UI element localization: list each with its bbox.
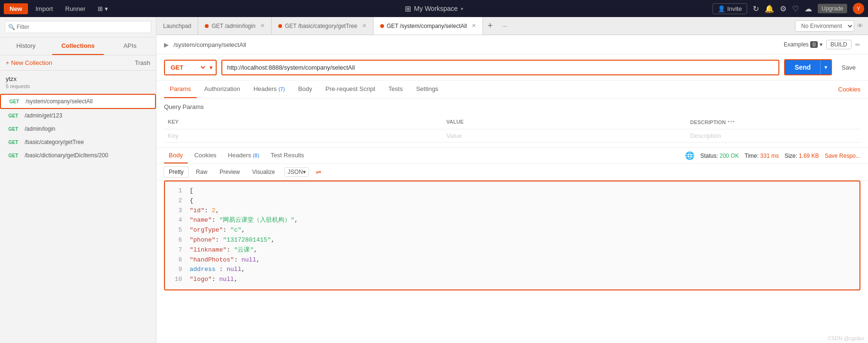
endpoint-item[interactable]: GET /system/company/selectAll (0, 94, 156, 109)
method-badge-get: GET (6, 153, 21, 159)
endpoint-path: /admin/get/123 (25, 112, 62, 119)
tab-launchpad[interactable]: Launchpad (156, 17, 198, 35)
eye-icon[interactable]: 👁 (857, 22, 863, 29)
resp-tab-body[interactable]: Body (164, 148, 188, 163)
method-select-wrap: GET POST PUT DELETE ▾ (164, 60, 217, 75)
sync-icon[interactable]: ↻ (753, 4, 759, 13)
collection-count: 5 requests (6, 83, 150, 89)
req-tab-headers[interactable]: Headers (7) (248, 81, 291, 98)
content-area: Launchpad GET /admin/login ✕ GET /basic/… (156, 17, 868, 343)
endpoint-item[interactable]: GET /admin/login (0, 122, 156, 135)
chevron-right-icon: ▶ (164, 41, 169, 48)
tab-label: GET /admin/login (211, 23, 256, 29)
endpoint-item[interactable]: GET /basic/dictionary/getDicItems/200 (0, 149, 156, 162)
bell-icon[interactable]: 🔔 (765, 4, 774, 13)
globe-icon[interactable]: 🌐 (685, 151, 694, 160)
resp-tab-headers[interactable]: Headers (8) (223, 148, 264, 163)
invite-button[interactable]: 👤 Invite (713, 3, 747, 14)
code-line: 7 "linkname": "云课", (173, 245, 852, 255)
req-tab-params[interactable]: Params (164, 81, 197, 98)
save-button[interactable]: Save (837, 61, 860, 74)
save-response-button[interactable]: Save Respo... (825, 153, 860, 159)
url-input[interactable] (222, 61, 778, 74)
status-label: Status: 200 OK (700, 153, 739, 159)
endpoint-item[interactable]: GET /basic/category/getTree (0, 135, 156, 149)
req-tab-tests[interactable]: Tests (383, 81, 408, 98)
resp-tab-test-results[interactable]: Test Results (266, 148, 309, 163)
req-tab-settings[interactable]: Settings (411, 81, 444, 98)
close-icon[interactable]: ✕ (260, 23, 265, 29)
new-collection-button[interactable]: + New Collection (6, 59, 52, 66)
code-line: 1 [ (173, 186, 852, 196)
upgrade-button[interactable]: Upgrade (818, 4, 847, 13)
env-area: No Environment 👁 (790, 20, 868, 32)
sidebar-search-area: 🔍 (0, 17, 156, 37)
settings-icon[interactable]: ⚙ (780, 4, 786, 13)
tab-dot (278, 24, 282, 28)
key-cell[interactable]: Key (164, 129, 443, 143)
search-input[interactable] (5, 21, 151, 33)
table-row: Key Value Description (164, 129, 860, 143)
environment-select[interactable]: No Environment (795, 20, 854, 32)
new-button[interactable]: New (4, 3, 28, 14)
close-icon[interactable]: ✕ (472, 23, 476, 29)
req-tab-prerequest[interactable]: Pre-request Script (320, 81, 381, 98)
method-chevron-icon: ▾ (207, 61, 216, 74)
examples-button[interactable]: Examples 0 ▾ (784, 41, 822, 48)
build-button[interactable]: BUILD (826, 40, 851, 49)
wrap-icon[interactable]: ⇌ (316, 168, 321, 176)
workspace-center: ⊞ My Workspace ▾ (405, 4, 463, 13)
add-tab-button[interactable]: + (483, 21, 498, 31)
status-value: 200 OK (720, 153, 739, 159)
code-line: 10 "logo": null, (173, 275, 852, 285)
tab-company-selectall[interactable]: GET /system/company/selectAll ✕ (374, 17, 483, 35)
request-tabs: Params Authorization Headers (7) Body Pr… (156, 81, 868, 99)
avatar[interactable]: Y (853, 3, 864, 14)
pretty-button[interactable]: Pretty (164, 167, 188, 177)
col-header-description: DESCRIPTION ⋯ (686, 114, 860, 129)
trash-button[interactable]: Trash (135, 59, 150, 66)
more-actions-icon[interactable]: ⋯ (727, 117, 735, 126)
method-badge-get: GET (6, 126, 21, 132)
raw-button[interactable]: Raw (191, 167, 212, 177)
col-header-key: KEY (164, 114, 443, 129)
tab-category-gettree[interactable]: GET /basic/category/getTree ✕ (272, 17, 374, 35)
tab-label: GET /basic/category/getTree (285, 23, 357, 29)
value-cell[interactable]: Value (443, 129, 686, 143)
visualize-button[interactable]: Visualize (247, 167, 280, 177)
collection-item[interactable]: ytzx 5 requests (0, 71, 156, 94)
examples-area: Examples 0 ▾ BUILD ✏ (784, 40, 860, 49)
endpoint-path: /basic/dictionary/getDicItems/200 (25, 152, 108, 159)
tab-admin-login[interactable]: GET /admin/login ✕ (198, 17, 272, 35)
workspace-label[interactable]: My Workspace (414, 5, 457, 12)
req-tab-body[interactable]: Body (292, 81, 318, 98)
sidebar-tab-apis[interactable]: APIs (104, 37, 156, 55)
close-icon[interactable]: ✕ (362, 23, 366, 29)
sidebar-endpoints: GET /system/company/selectAll GET /admin… (0, 94, 156, 162)
sidebar-tab-collections[interactable]: Collections (52, 37, 104, 55)
more-tabs-icon[interactable]: ··· (497, 22, 512, 29)
desc-cell[interactable]: Description (686, 129, 860, 143)
resp-tab-cookies[interactable]: Cookies (190, 148, 221, 163)
json-format-select[interactable]: JSON ▾ (284, 167, 309, 177)
url-bar: GET POST PUT DELETE ▾ Send ▾ Save (156, 54, 868, 81)
req-tab-authorization[interactable]: Authorization (199, 81, 246, 98)
search-icon: 🔍 (8, 24, 15, 30)
method-badge-get: GET (7, 99, 22, 105)
send-button[interactable]: Send (785, 60, 820, 74)
layout-button[interactable]: ⊞ ▾ (93, 3, 113, 14)
import-button[interactable]: Import (31, 3, 58, 14)
heart-icon[interactable]: ♡ (792, 4, 799, 13)
send-chevron-button[interactable]: ▾ (820, 60, 831, 74)
sidebar-tab-history[interactable]: History (0, 37, 52, 55)
request-header: ▶ /system/company/selectAll Examples 0 ▾… (156, 35, 868, 54)
edit-icon[interactable]: ✏ (855, 41, 860, 48)
method-select[interactable]: GET POST PUT DELETE (165, 61, 207, 74)
code-line: 4 "name": "网易云课堂（入驻机构）", (173, 216, 852, 226)
cloud-icon[interactable]: ☁ (804, 4, 812, 13)
endpoint-item[interactable]: GET /admin/get/123 (0, 109, 156, 122)
preview-button[interactable]: Preview (215, 167, 245, 177)
send-button-wrap: Send ▾ (784, 59, 832, 75)
runner-button[interactable]: Runner (61, 3, 91, 14)
cookies-link[interactable]: Cookies (838, 86, 860, 93)
